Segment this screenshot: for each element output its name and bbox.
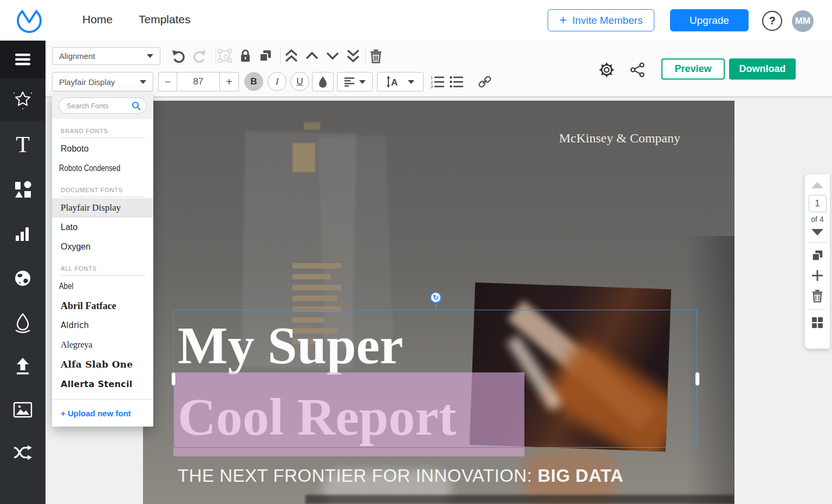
undo-button[interactable] [170,47,188,65]
font-section-label: ALL FONTS [61,265,145,272]
nav-templates[interactable]: Templates [139,13,191,26]
font-search-box[interactable] [58,97,147,114]
font-item-oxygen[interactable]: Oxygen [52,237,153,257]
brand-text[interactable]: McKinsey & Company [517,131,723,146]
font-item-roboto[interactable]: Roboto [52,139,153,159]
font-size-decrease-button[interactable]: − [158,72,177,91]
font-size-value[interactable]: 87 [177,72,220,91]
plus-icon: + [560,12,567,28]
duplicate-page-button[interactable] [810,248,824,263]
document-subtitle[interactable]: THE NEXT FRONTIER FOR INNOVATION:BIG DAT… [178,466,623,486]
preview-button[interactable]: Preview [661,58,725,80]
resize-handle-right[interactable] [695,372,700,386]
app-logo-icon[interactable] [15,6,43,35]
sidebar-item-shuffle[interactable] [0,436,46,469]
sidebar-item-text[interactable]: T [0,128,46,161]
font-item-alegreya[interactable]: Alegreya [52,335,153,355]
chevron-down-icon [359,80,366,84]
font-search-input[interactable] [67,102,130,110]
globe-icon [14,269,32,287]
group-button[interactable] [216,47,234,65]
font-item-abel[interactable]: Abel [52,277,135,296]
sidebar-item-charts[interactable] [0,218,46,250]
sidebar-item-upload[interactable] [0,350,46,382]
document-canvas[interactable]: McKinsey & Company My Super Cool Report … [143,101,734,504]
ink-drop-icon [13,312,32,334]
duplicate-button[interactable] [256,47,275,65]
resize-handle-left[interactable] [171,372,176,386]
nav-home[interactable]: Home [82,13,113,26]
share-button[interactable] [628,61,647,79]
alignment-dropdown[interactable]: Alignment [52,47,160,65]
selection-bounding-box [173,310,697,448]
sidebar-menu-button[interactable] [0,41,46,78]
send-backward-button[interactable] [323,47,342,65]
delete-page-button[interactable] [810,289,824,303]
plus-icon [811,269,824,282]
chevron-up-icon [304,48,320,63]
upload-new-font-link[interactable]: + Upload new font [52,400,153,427]
send-to-back-button[interactable] [344,47,362,65]
upgrade-button[interactable]: Upgrade [670,9,749,31]
user-avatar[interactable]: MM [792,10,814,32]
search-icon[interactable] [132,101,141,113]
font-item-roboto-condensed[interactable]: Roboto Condensed [52,159,135,178]
bullet-list-button[interactable] [447,73,466,91]
add-page-button[interactable] [810,269,824,283]
next-page-button[interactable] [811,229,823,235]
font-picker-panel: BRAND FONTS Roboto Roboto Condensed DOCU… [52,93,153,427]
link-button[interactable] [476,73,494,91]
bring-forward-button[interactable] [303,47,321,65]
previous-page-button[interactable] [811,182,823,188]
font-item-playfair-display[interactable]: Playfair Display [52,198,153,218]
group-icon [218,49,232,63]
line-spacing-dropdown[interactable]: A [377,72,424,91]
sidebar-item-favorites[interactable] [0,78,46,121]
page-grid-view-button[interactable] [810,316,824,330]
download-button[interactable]: Download [729,58,796,80]
sidebar-item-shapes[interactable] [0,173,46,206]
share-icon [630,62,645,77]
font-item-abril-fatface[interactable]: Abril Fatface [52,296,153,316]
bring-to-front-button[interactable] [282,47,301,65]
app-root: Home Templates + Invite Members Upgrade … [0,0,832,504]
numbered-list-button[interactable]: 1 2 3 [428,73,447,91]
text-color-button[interactable] [312,72,334,91]
current-page-input[interactable] [809,195,827,212]
lock-button[interactable] [236,47,255,65]
sidebar-item-images[interactable] [0,394,46,426]
toolbar-separator [365,48,366,64]
font-size-increase-button[interactable]: + [220,72,239,91]
invite-members-button[interactable]: + Invite Members [548,9,654,31]
font-family-dropdown[interactable]: Playfair Display [52,72,153,91]
photo-text-line [292,274,330,279]
photo-sticky-note [292,143,315,172]
bold-button[interactable]: B [244,72,263,91]
font-item-lato[interactable]: Lato [52,218,153,237]
photo-text-line [292,285,341,290]
grid-icon [811,317,823,329]
font-item-alfa-slab-one[interactable]: Alfa Slab One [52,355,153,374]
help-button[interactable]: ? [762,11,782,31]
double-chevron-up-icon [283,48,300,63]
page-controls-panel: of 4 [805,174,830,349]
delete-button[interactable] [367,47,385,65]
alignment-dropdown-label: Alignment [59,51,95,61]
photo-desk-edge [306,495,734,504]
text-align-dropdown[interactable] [337,72,373,91]
trash-icon [369,49,382,63]
italic-button[interactable]: I [268,72,287,91]
chevron-down-icon [147,54,153,58]
underline-button[interactable]: U [290,72,309,91]
redo-button[interactable] [190,47,209,65]
divider [808,309,827,310]
page-total-label: of 4 [811,215,823,224]
font-item-allerta-stencil[interactable]: Allerta Stencil [52,374,153,394]
photo-text-line [292,263,341,269]
rotate-handle[interactable]: ↻ [430,292,441,303]
sidebar-item-web[interactable] [0,262,46,294]
font-item-aldrich[interactable]: Aldrich [52,316,153,335]
settings-button[interactable] [597,61,616,79]
subtitle-bold: BIG DATA [538,466,624,486]
sidebar-item-theme[interactable] [0,307,46,339]
